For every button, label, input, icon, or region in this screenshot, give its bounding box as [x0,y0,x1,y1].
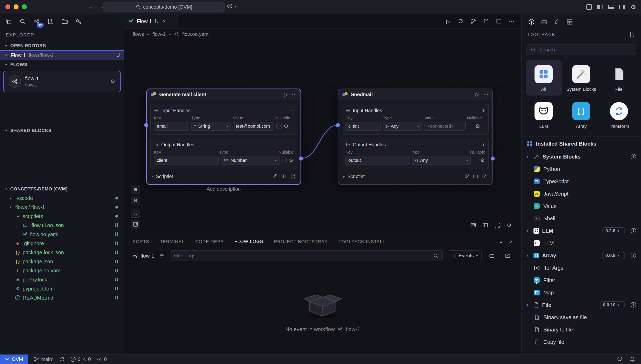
info-icon[interactable]: i [631,228,636,234]
zoom-out-button[interactable]: ⊖ [131,196,140,205]
tree-item-flow-yaml[interactable]: flow.oo.yamlU [0,230,124,239]
key-input[interactable]: client [154,156,219,165]
block-item-map[interactable]: Map [521,286,641,299]
settings-gear-icon[interactable]: ⚙ [630,4,636,10]
panel-maximize-icon[interactable]: ▴ [500,239,502,244]
tree-item-package-json[interactable]: { }package.jsonU [0,257,124,266]
tool-file[interactable]: File [601,60,637,96]
preview-frame-icon[interactable] [469,221,478,230]
folder-icon[interactable] [60,17,69,26]
group-llm[interactable]: ▾ LLM 0.2.6▾ i [521,224,641,237]
tree-item-flows-flow-1[interactable]: ▾flows / flow-1 [0,202,124,212]
tree-item-package-lock[interactable]: { }package-lock.jsonU [0,248,124,257]
log-filter-field[interactable] [170,250,443,261]
tab-project-bootstrap[interactable]: PROJECT BOOTSTRAP [274,235,328,248]
files-copy-icon[interactable] [4,17,13,26]
scriptlet-section[interactable]: ▸ Scriptlet [342,172,489,181]
input-port-dot[interactable] [336,123,340,127]
block-item-binary-save[interactable]: Binary save as file [521,311,641,324]
type-select[interactable]: “ String ▾ [191,122,231,131]
events-dropdown[interactable]: Events ▾ [448,250,482,261]
flow-selector[interactable]: flow-1 [133,253,154,259]
info-icon[interactable]: i [631,253,636,258]
add-handle-icon[interactable]: + [482,108,485,114]
type-select[interactable]: {} Any ▾ [383,122,422,131]
scriptlet-section[interactable]: ▸ Scriptlet [150,172,297,181]
panel-close-icon[interactable]: × [510,239,513,244]
toolpack-search-field[interactable] [526,44,636,55]
block-item-binary-to-file[interactable]: Binary to file [521,324,641,336]
tree-item-poetry-lock[interactable]: ≡poetry.lockU [0,275,124,284]
output-port-dot[interactable] [491,156,495,160]
breadcrumb-item[interactable]: flows [133,31,144,37]
tree-item-readme[interactable]: iREADME.mdU [0,293,124,302]
block-item-typescript[interactable]: TSTypeScript [521,175,641,188]
board-icon[interactable] [46,17,55,26]
scriptlets-key-icon[interactable] [74,17,83,26]
fullscreen-icon[interactable] [493,221,502,230]
input-port-dot[interactable] [144,123,148,127]
more-actions-icon[interactable]: ⋯ [509,18,514,25]
add-handle-icon[interactable]: + [290,108,294,114]
window-close-button[interactable] [5,4,10,9]
table-icon[interactable] [473,174,478,179]
ports-status[interactable]: 0 [97,356,107,362]
tool-transform[interactable]: Transform [601,97,637,132]
tool-llm[interactable]: LLM [526,97,562,132]
window-minimize-button[interactable] [14,4,19,9]
search-icon[interactable] [18,17,27,26]
log-filter-input[interactable] [174,253,430,258]
toggle-sidebar-icon[interactable] [597,5,603,9]
open-external-icon[interactable] [482,174,487,179]
new-toolpack-icon[interactable] [629,32,635,38]
tool-system-blocks[interactable]: System Blocks [563,60,599,96]
flow-canvas[interactable]: Generate mail client ▷ ⋯ Input Handles +… [124,40,521,235]
tree-item-flow-ui-json[interactable]: .flow.ui.oo.jsonU [0,221,124,230]
nullable-checkbox[interactable] [282,158,287,163]
toolpack-box-icon[interactable] [528,18,535,25]
explorer-more-icon[interactable]: ⋯ [113,32,118,38]
problems-status[interactable]: 0 △ 0 [71,356,91,362]
canvas-settings-gear-icon[interactable]: ⚙ [505,221,514,230]
block-item-javascript[interactable]: JSJavaScript [521,188,641,200]
tab-terminal[interactable]: TERMINAL [160,235,184,248]
breadcrumb-item[interactable]: flow-1 [152,31,166,37]
export-logs-icon[interactable] [502,250,513,261]
tree-item-pyproject[interactable]: ⚙pyproject.tomlU [0,284,124,293]
table-icon[interactable] [281,174,287,179]
add-description-button[interactable]: Add description [146,186,301,192]
block-item-iter-args[interactable]: [x]Iter Args [521,262,641,274]
git-branch-status[interactable]: main* [34,356,54,362]
zoom-in-button[interactable]: ⊕ [131,185,140,194]
tool-all[interactable]: All [526,60,562,96]
tool-array[interactable]: [ ] Array [563,97,599,132]
type-select[interactable]: {} Any ▾ [412,156,471,165]
archive-icon[interactable] [486,250,497,261]
group-array[interactable]: ▾ [ ] Array 0.0.8▾ i [521,249,641,262]
branch-compare-icon[interactable] [470,18,476,24]
attachment-icon[interactable] [272,174,277,179]
cards-icon[interactable] [566,18,573,25]
log-levels-icon[interactable] [159,253,165,258]
handle-settings-gear-icon[interactable]: ⚙ [480,158,485,163]
attachment-icon[interactable] [464,174,469,179]
node-more-icon[interactable]: ⋯ [483,92,488,98]
key-input[interactable]: email [154,122,189,131]
type-select[interactable]: 123 Number ▾ [221,156,280,165]
key-input[interactable]: output [345,156,410,165]
tab-flow-logs[interactable]: FLOW LOGS [234,235,263,248]
group-file[interactable]: ▾ File 0.0.10▾ i [521,299,641,311]
run-node-icon[interactable]: ▷ [476,92,479,98]
bell-icon[interactable] [629,356,635,362]
value-input[interactable]: test@oomol.com [233,122,274,131]
window-zoom-button[interactable] [22,4,27,9]
version-dropdown[interactable]: 0.0.10▾ [600,302,624,308]
export-icon[interactable] [483,18,489,24]
tree-item-gitignore[interactable]: ◆.gitignoreU [0,239,124,248]
flows-section-header[interactable]: ▾ FLOWS [0,60,124,69]
node-generate-mail-client[interactable]: Generate mail client ▷ ⋯ Input Handles +… [146,88,301,185]
customize-layout-icon[interactable] [586,4,592,10]
shared-blocks-section-header[interactable]: ▾ SHARED BLOCKS [0,126,124,135]
brush-icon[interactable] [554,18,560,25]
nullable-checkbox[interactable] [276,124,282,129]
